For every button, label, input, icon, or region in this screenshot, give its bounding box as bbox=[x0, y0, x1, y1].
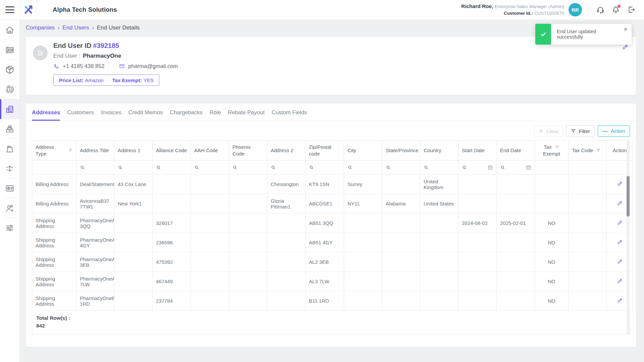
calendar-icon[interactable] bbox=[526, 165, 531, 170]
search-cell-phoenix-code[interactable] bbox=[229, 161, 267, 175]
search-icon[interactable] bbox=[118, 165, 123, 170]
breadcrumb-link-end-users[interactable]: End Users bbox=[62, 24, 89, 31]
hamburger-menu-icon[interactable] bbox=[0, 0, 20, 19]
search-cell-address-2[interactable] bbox=[267, 161, 306, 175]
tab-chargebacks[interactable]: Chargebacks bbox=[170, 109, 202, 121]
edit-pencil-icon bbox=[617, 239, 623, 245]
col-header-tax-exempt: TaxExempt bbox=[535, 141, 569, 161]
app-title: Alpha Tech Solutions bbox=[53, 6, 117, 13]
addresses-table-wrap: Address TypeAddress TitleAddress 1Allian… bbox=[32, 140, 630, 335]
edit-row-button[interactable] bbox=[617, 278, 623, 284]
edit-row-button[interactable] bbox=[617, 181, 623, 187]
cell-address-title: PharmacyOneAL3 7LW bbox=[76, 272, 114, 291]
buildings-icon bbox=[5, 104, 15, 114]
search-cell-address-title[interactable] bbox=[76, 161, 114, 175]
headset-icon[interactable] bbox=[596, 5, 605, 14]
cell-address-2 bbox=[267, 214, 306, 233]
sidebar-item-register[interactable] bbox=[0, 119, 19, 139]
end-user-header-card: End User ID#392185 End User : PharmacyOn… bbox=[26, 37, 636, 95]
close-icon[interactable]: × bbox=[624, 26, 628, 33]
cell-tax-exempt bbox=[535, 175, 569, 194]
search-icon[interactable] bbox=[462, 165, 467, 170]
search-icon[interactable] bbox=[271, 165, 276, 170]
details-card: AddressesCustomersInvoicesCredit MemosCh… bbox=[26, 104, 636, 347]
cell-tax-code bbox=[569, 214, 607, 233]
sidebar-item-bag[interactable] bbox=[0, 139, 19, 159]
filter-funnel-icon[interactable] bbox=[555, 145, 559, 149]
search-icon[interactable] bbox=[309, 165, 314, 170]
search-icon[interactable] bbox=[386, 165, 391, 170]
tab-addresses[interactable]: Addresses bbox=[32, 109, 60, 121]
sidebar-item-scale[interactable] bbox=[0, 159, 19, 178]
edit-row-button[interactable] bbox=[617, 220, 623, 226]
search-icon[interactable] bbox=[424, 165, 429, 170]
sliders-icon bbox=[5, 223, 15, 233]
debit-credit-scale-icon bbox=[5, 164, 15, 174]
sidebar-item-buildings[interactable] bbox=[0, 99, 19, 119]
search-icon[interactable] bbox=[156, 165, 161, 170]
sidebar-item-crm[interactable] bbox=[0, 40, 19, 60]
edit-row-button[interactable] bbox=[617, 200, 623, 206]
cell-phoenix-code bbox=[229, 194, 267, 214]
sidebar-item-user-add[interactable] bbox=[0, 198, 19, 218]
sidebar-item-package[interactable] bbox=[0, 60, 19, 79]
sidebar-item-report[interactable] bbox=[0, 178, 19, 198]
cell-address-type: Shipping Address bbox=[32, 214, 76, 233]
search-cell-address-type bbox=[32, 161, 76, 175]
search-cell-city[interactable] bbox=[344, 161, 382, 175]
logout-icon[interactable] bbox=[627, 5, 636, 14]
filter-funnel-icon[interactable] bbox=[596, 148, 601, 153]
sidebar-item-coin[interactable] bbox=[0, 79, 19, 99]
search-icon[interactable] bbox=[80, 165, 85, 170]
col-header-aah-code: AAH Code bbox=[191, 141, 229, 161]
sidebar-item-sliders[interactable] bbox=[0, 218, 19, 238]
tab-invoices[interactable]: Invoices bbox=[101, 109, 121, 121]
cell-zip-postal-code: AL3 7LW bbox=[306, 272, 344, 291]
edit-pencil-icon[interactable] bbox=[622, 44, 629, 50]
cell-address-2 bbox=[267, 233, 306, 252]
tab-role[interactable]: Role bbox=[210, 109, 221, 121]
tab-custom-fields[interactable]: Custom Fields bbox=[272, 109, 307, 121]
cell-alliance-code: 237784 bbox=[153, 291, 191, 311]
brand-logo[interactable] bbox=[20, 0, 37, 19]
search-icon[interactable] bbox=[500, 165, 505, 170]
avatar[interactable]: RR bbox=[569, 3, 582, 16]
tab-credit-memos[interactable]: Credit Memos bbox=[128, 109, 163, 121]
calendar-icon[interactable] bbox=[487, 165, 493, 170]
search-cell-state-province[interactable] bbox=[382, 161, 420, 175]
email-address: pharma@gmail.com bbox=[128, 63, 178, 69]
addresses-table: Address TypeAddress TitleAddress 1Allian… bbox=[32, 140, 633, 311]
search-cell-alliance-code[interactable] bbox=[153, 161, 191, 175]
search-icon[interactable] bbox=[347, 165, 353, 170]
sidebar-item-home[interactable] bbox=[0, 20, 19, 40]
table-scrollbar-thumb[interactable] bbox=[627, 176, 630, 217]
cash-register-icon bbox=[5, 124, 15, 134]
search-cell-end-date[interactable] bbox=[497, 161, 535, 175]
edit-row-button[interactable] bbox=[617, 258, 623, 264]
end-user-id-value[interactable]: #392185 bbox=[93, 42, 119, 49]
cell-zip-postal-code: AB51 3QQ bbox=[306, 214, 344, 233]
clear-button[interactable]: Clear bbox=[534, 125, 563, 137]
edit-row-button[interactable] bbox=[617, 239, 623, 245]
breadcrumb-link-companies[interactable]: Companies bbox=[26, 24, 55, 31]
filter-funnel-icon[interactable] bbox=[68, 148, 73, 153]
filter-button[interactable]: Filter bbox=[566, 125, 594, 137]
notification-bell-icon[interactable] bbox=[611, 5, 620, 14]
tab-customers[interactable]: Customers bbox=[67, 109, 94, 121]
tab-rebate-payout[interactable]: Rebate Payout bbox=[228, 109, 265, 121]
action-button[interactable]: ••• Action bbox=[598, 125, 630, 137]
cell-address-type: Shipping Address bbox=[32, 291, 76, 311]
edit-row-button[interactable] bbox=[617, 297, 623, 303]
search-cell-aah-code[interactable] bbox=[191, 161, 229, 175]
add-user-icon bbox=[5, 203, 15, 213]
search-cell-zip-postal-code[interactable] bbox=[306, 161, 344, 175]
search-cell-start-date[interactable] bbox=[459, 161, 497, 175]
cell-phoenix-code bbox=[229, 272, 267, 291]
total-rows-label: Total Row(s) : bbox=[36, 314, 626, 322]
search-icon[interactable] bbox=[232, 165, 237, 170]
search-icon[interactable] bbox=[194, 165, 199, 170]
search-cell-country[interactable] bbox=[420, 161, 459, 175]
cell-aah-code bbox=[191, 194, 229, 214]
search-cell-address-1[interactable] bbox=[114, 161, 153, 175]
cell-country: United Kingdom bbox=[420, 175, 459, 194]
